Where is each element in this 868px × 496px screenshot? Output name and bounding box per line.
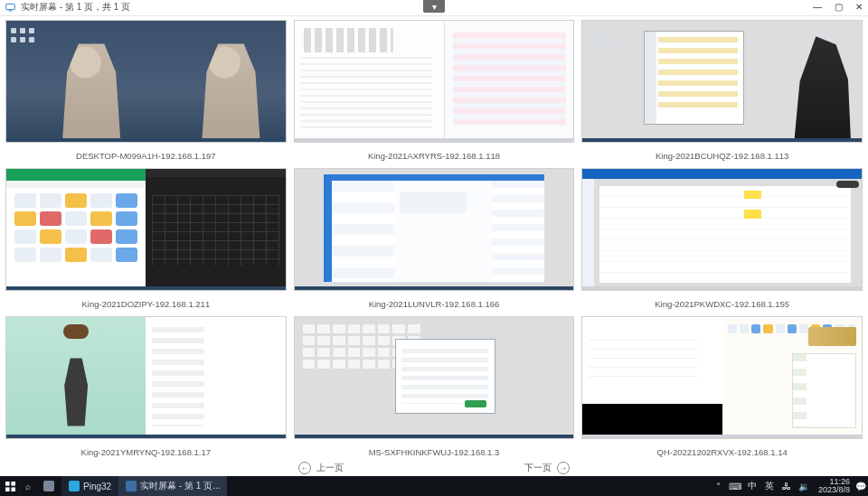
prev-page-label: 上一页 (316, 462, 344, 474)
app-icon (69, 481, 80, 491)
screen-label: King-2021YMRYNQ-192.168.1.17 (5, 443, 287, 460)
screen-label: King-2021LUNVLR-192.168.1.166 (294, 295, 575, 314)
next-page-button[interactable]: 下一页 → (524, 462, 570, 474)
svg-rect-2 (5, 482, 10, 486)
screen-label: DESKTOP-M099A1H-192.168.1.197 (5, 146, 287, 166)
maximize-button[interactable]: ▢ (835, 3, 843, 12)
screen-thumb[interactable]: King-2021PKWDXC-192.168.1.155 (581, 168, 863, 314)
close-button[interactable]: ✕ (855, 3, 863, 12)
svg-rect-5 (11, 487, 15, 491)
taskbar-app-label: 实时屏幕 - 第 1 页... (140, 480, 220, 492)
action-center-button[interactable]: 💬 (854, 482, 868, 491)
arrow-left-icon: ← (298, 462, 311, 474)
screen-thumb[interactable]: MS-SXFHKINKFWUJ-192.168.1.3 (294, 316, 575, 460)
screen-thumb[interactable]: DESKTOP-M099A1H-192.168.1.197 (5, 20, 287, 166)
screen-label: QH-20221202RXVX-192.168.1.14 (581, 443, 863, 460)
search-icon: ⌕ (25, 482, 31, 491)
tray-overflow-icon[interactable]: ˄ (713, 482, 723, 491)
screen-preview (581, 316, 863, 439)
network-icon[interactable]: 🖧 (782, 482, 792, 491)
taskview-icon (43, 481, 54, 491)
window-title: 实时屏幕 - 第 1 页，共 1 页 (21, 1, 130, 14)
search-button[interactable]: ⌕ (20, 482, 36, 491)
screen-label: King-2021BCUHQZ-192.168.1.113 (581, 146, 863, 166)
screen-thumb[interactable]: King-2021DOZIPY-192.168.1.211 (5, 168, 287, 314)
screen-label: King-2021PKWDXC-192.168.1.155 (581, 295, 863, 314)
svg-rect-3 (11, 482, 15, 486)
screen-label: King-2021DOZIPY-192.168.1.211 (5, 295, 287, 314)
taskbar-app-ping32[interactable]: Ping32 (61, 476, 118, 496)
ime-icon[interactable]: ⌨ (731, 482, 741, 491)
screen-label: King-2021AXRYRS-192.168.1.118 (294, 146, 575, 166)
screen-grid: DESKTOP-M099A1H-192.168.1.197 King-2021A… (0, 16, 868, 460)
screen-label: MS-SXFHKINKFWUJ-192.168.1.3 (294, 443, 575, 460)
titlebar: 实时屏幕 - 第 1 页，共 1 页 ▾ — ▢ ✕ (0, 0, 868, 16)
screen-thumb[interactable]: King-2021LUNVLR-192.168.1.166 (294, 168, 575, 314)
minimize-button[interactable]: — (813, 3, 822, 12)
screen-thumb[interactable]: King-2021BCUHQZ-192.168.1.113 (581, 20, 863, 166)
next-page-label: 下一页 (524, 462, 552, 474)
screen-preview (5, 168, 287, 291)
os-taskbar: ⌕ Ping32 实时屏幕 - 第 1 页... ˄ ⌨ 中 英 🖧 🔉 11:… (0, 476, 868, 496)
system-tray: ˄ ⌨ 中 英 🖧 🔉 (708, 482, 815, 491)
taskbar-app-realtime[interactable]: 实时屏幕 - 第 1 页... (118, 476, 227, 496)
screen-preview (5, 316, 287, 439)
arrow-right-icon: → (557, 462, 570, 474)
volume-icon[interactable]: 🔉 (799, 482, 809, 491)
taskbar-clock[interactable]: 11:26 2023/8/8 (815, 478, 854, 494)
svg-rect-1 (8, 10, 12, 11)
screen-preview (294, 20, 575, 143)
chevron-down-icon: ▾ (432, 2, 437, 12)
screen-thumb[interactable]: King-2021YMRYNQ-192.168.1.17 (5, 316, 287, 460)
screen-preview (581, 20, 863, 143)
screen-preview (294, 316, 575, 439)
svg-rect-4 (5, 487, 10, 491)
svg-rect-0 (6, 4, 15, 9)
ime-lang-icon[interactable]: 中 (748, 482, 758, 491)
screen-preview (294, 168, 575, 291)
app-icon (126, 481, 137, 491)
prev-page-button[interactable]: ← 上一页 (298, 462, 344, 474)
monitor-icon (5, 3, 15, 13)
screen-thumb[interactable]: King-2021AXRYRS-192.168.1.118 (294, 20, 575, 166)
taskbar-app-label: Ping32 (83, 482, 111, 491)
start-button[interactable] (0, 476, 20, 496)
pager: ← 上一页 下一页 → (0, 460, 868, 476)
clock-date: 2023/8/8 (818, 486, 850, 494)
screen-preview (581, 168, 863, 291)
ime-mode-icon[interactable]: 英 (765, 482, 775, 491)
window-controls: — ▢ ✕ (813, 3, 863, 12)
screen-thumb[interactable]: QH-20221202RXVX-192.168.1.14 (581, 316, 863, 460)
toolbar-dropdown[interactable]: ▾ (423, 0, 445, 13)
screen-preview (5, 20, 287, 143)
notification-icon: 💬 (855, 482, 866, 491)
taskbar-taskview[interactable] (36, 476, 61, 496)
